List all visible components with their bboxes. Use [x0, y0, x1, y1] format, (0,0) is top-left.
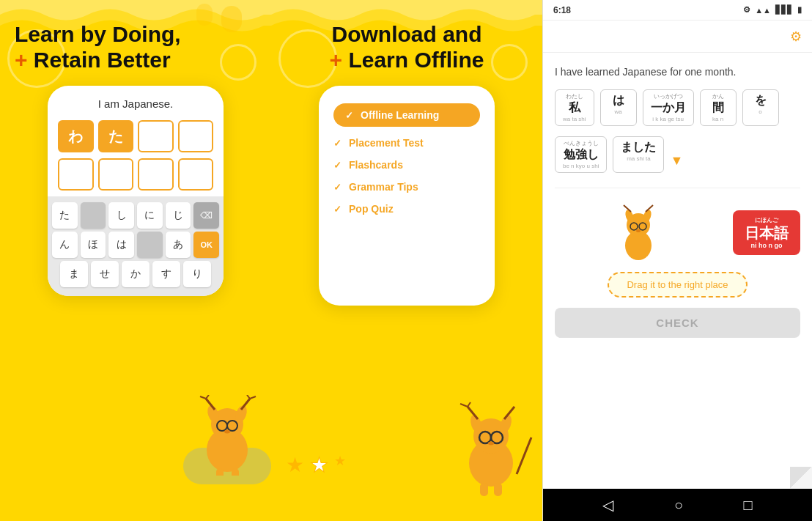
kb-key-a[interactable]: あ [166, 232, 191, 258]
chip-ruby-kan: かん [712, 93, 724, 100]
deer-small-svg [616, 203, 660, 262]
phone-mockup-2: ✓ Offline Learning ✓ Placement Test ✓ Fl… [319, 86, 495, 306]
feature-label-1: Offline Learning [361, 109, 439, 121]
phone-mockup-1: I am Japanese. わ た た し に じ ⌫ ん ほ [48, 86, 224, 296]
chip-romaji-ikkagetsu: i k ka ge tsu [652, 116, 684, 123]
svg-marker-32 [487, 414, 495, 418]
check-icon-4: ✓ [333, 182, 342, 193]
svg-rect-15 [232, 468, 239, 476]
panel1-heading: Learn by Doing, + Retain Better [0, 22, 271, 73]
svg-line-12 [250, 396, 256, 399]
svg-point-23 [488, 442, 494, 446]
kb-key-se[interactable]: せ [91, 261, 119, 287]
kb-key-ha[interactable]: は [108, 232, 134, 258]
star-2: ★ [310, 453, 328, 477]
kb-key-ji[interactable]: じ [166, 202, 191, 229]
chip-kanji-ikkagetsu: 一か月 [651, 100, 686, 116]
svg-point-37 [636, 229, 641, 232]
star-1: ★ [286, 453, 304, 477]
nihongo-romaji: ni ho n go [745, 242, 789, 249]
chip-benkyoshi[interactable]: べんきょうし 勉強し be n kyo u shi [555, 136, 607, 173]
svg-point-5 [224, 430, 230, 434]
svg-line-9 [200, 396, 206, 399]
kana-cell-empty4 [98, 158, 134, 191]
word-chips-row-2: べんきょうし 勉強し be n kyo u shi ました ma shi ta … [555, 136, 800, 173]
chip-kanji-wo: を [755, 93, 767, 108]
kb-key-shi[interactable]: し [108, 202, 134, 229]
kb-key-ok[interactable]: OK [193, 232, 219, 258]
panel1-title-line1: Learn by Doing, [15, 22, 181, 46]
kb-key-ho[interactable]: ほ [81, 232, 106, 258]
chip-ha[interactable]: は wa [600, 89, 637, 126]
feature-label-2: Placement Test [349, 137, 424, 149]
star-3: ★ [334, 453, 346, 477]
lesson-area: I have learned Japanese for one month. わ… [543, 53, 812, 489]
kb-key-n[interactable]: ん [52, 232, 78, 258]
check-icon-2: ✓ [333, 138, 342, 149]
nav-recents-button[interactable]: □ [744, 497, 753, 514]
bottom-interaction-area: にほんご 日本語 ni ho n go Drag it to the right… [555, 196, 800, 481]
chip-romaji-benkyoshi: be n kyo u shi [563, 163, 599, 170]
arrow-indicator: ▼ [670, 136, 683, 173]
deer-character-2 [454, 401, 535, 499]
drag-hint[interactable]: Drag it to the right place [608, 272, 747, 298]
wifi-icon: ▲▲ [755, 6, 771, 15]
kb-key-ta[interactable]: た [52, 202, 78, 229]
kb-row-1: た し に じ ⌫ [52, 202, 219, 229]
stars-decoration: ★ ★ ★ [286, 453, 346, 477]
lesson-sentence: I have learned Japanese for one month. [555, 66, 800, 78]
chip-romaji-wo: o [759, 108, 761, 116]
panel2-plus: + [330, 48, 349, 72]
paper-fold-corner [790, 467, 812, 489]
chip-kanji-kan: 間 [712, 100, 724, 116]
kb-key-backspace[interactable]: ⌫ [193, 202, 219, 229]
kb-row-2: ん ほ は あ OK [52, 232, 219, 258]
kb-row-3: ま せ か す り [52, 261, 219, 287]
check-icon-3: ✓ [333, 160, 342, 171]
svg-line-27 [460, 404, 468, 407]
svg-line-28 [468, 402, 470, 407]
nav-home-button[interactable]: ○ [674, 497, 683, 514]
android-nav-bar: ◁ ○ □ [543, 489, 812, 521]
kb-key-ka[interactable]: か [122, 261, 150, 287]
kb-key-blank[interactable] [81, 202, 106, 229]
gear-settings-icon[interactable]: ⚙ [790, 29, 802, 45]
chip-kan[interactable]: かん 間 ka n [700, 89, 737, 126]
chip-watashi[interactable]: わたし 私 wa ta shi [555, 89, 594, 126]
settings-status-icon: ⚙ [743, 5, 750, 15]
check-button[interactable]: CHECK [555, 308, 800, 338]
kana-cell-empty3 [58, 158, 94, 191]
nihongo-ruby: にほんご [745, 216, 789, 224]
feature-placement-test: ✓ Placement Test [333, 137, 480, 149]
chip-mashita[interactable]: ました ma shi ta [613, 136, 664, 173]
chip-ikkagetsu[interactable]: いっかげつ 一か月 i k ka ge tsu [643, 89, 694, 126]
feature-label-5: Pop Quiz [349, 203, 394, 215]
chip-romaji-mashita: ma shi ta [627, 155, 650, 163]
down-arrow-icon: ▼ [670, 153, 683, 169]
status-time: 6:18 [553, 5, 571, 15]
divider-line [555, 188, 800, 188]
kana-cell-ta: た [98, 120, 134, 152]
nav-back-button[interactable]: ◁ [602, 496, 613, 514]
kana-cell-empty5 [138, 158, 174, 191]
kana-cell-empty6 [178, 158, 214, 191]
kb-key-ma[interactable]: ま [60, 261, 88, 287]
drag-hint-text: Drag it to the right place [627, 279, 728, 290]
kb-key-ni[interactable]: に [137, 202, 163, 229]
feature-grammar-tips: ✓ Grammar Tips [333, 181, 480, 193]
deer-badge-row: にほんご 日本語 ni ho n go [555, 203, 800, 262]
panel2-title-line2: Learn Offline [348, 48, 484, 72]
word-chips-row-1: わたし 私 wa ta shi は wa いっかげつ 一か月 i k ka ge… [555, 89, 800, 126]
svg-rect-30 [480, 483, 488, 496]
check-icon-5: ✓ [333, 204, 342, 215]
chip-wo[interactable]: を o [742, 89, 779, 126]
feature-label-4: Grammar Tips [349, 181, 418, 193]
feature-offline-learning: ✓ Offline Learning [333, 103, 480, 127]
signal-icon: ▋▋▋ [775, 5, 793, 15]
deer-character-1 [193, 395, 262, 478]
kb-key-su[interactable]: す [152, 261, 180, 287]
nihongo-badge[interactable]: にほんご 日本語 ni ho n go [733, 210, 800, 255]
kb-key-ri[interactable]: り [183, 261, 211, 287]
kana-cell-wa: わ [58, 120, 94, 152]
kb-key-blank2[interactable] [137, 232, 163, 258]
